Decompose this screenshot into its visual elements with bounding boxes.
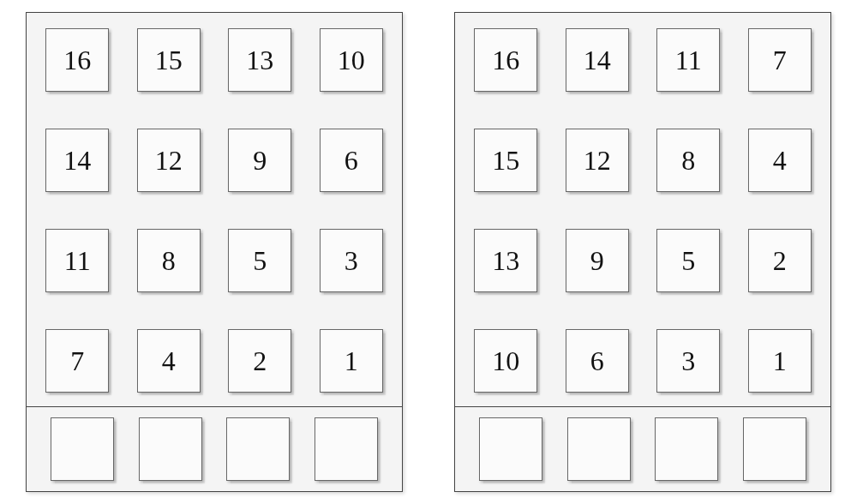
cell-value: 7 (70, 347, 84, 375)
cell-value: 1 (345, 347, 358, 375)
cell-value: 9 (590, 247, 604, 274)
diagram-stage: 16 15 13 10 14 12 9 6 11 8 5 3 7 4 2 1 1… (0, 0, 857, 504)
panel-left-cell-0-0: 16 (45, 28, 109, 92)
panel-left-cell-1-1: 12 (137, 129, 201, 192)
panel-right-empty-1 (567, 417, 631, 481)
cell-value: 15 (155, 46, 183, 74)
panel-right-cell-3-1: 6 (566, 329, 629, 393)
panel-left-empty-2 (226, 417, 290, 481)
panel-right-cell-3-3: 1 (748, 329, 812, 393)
panel-right-cell-1-1: 12 (566, 129, 629, 192)
cell-value: 5 (681, 247, 695, 274)
panel-left-cell-2-0: 11 (45, 229, 109, 292)
cell-value: 2 (773, 247, 787, 274)
panel-left-empty-0 (51, 417, 114, 481)
cell-value: 1 (773, 347, 787, 375)
panel-right-cell-3-2: 3 (656, 329, 720, 393)
panel-right-cell-1-3: 4 (748, 129, 812, 192)
cell-value: 3 (681, 347, 695, 375)
panel-left-empty-3 (315, 417, 378, 481)
panel-right-cell-0-1: 14 (566, 28, 629, 92)
panel-right-cell-1-0: 15 (474, 129, 537, 192)
cell-value: 12 (584, 147, 611, 174)
panel-right-empty-3 (743, 417, 806, 481)
cell-value: 10 (338, 46, 365, 74)
panel-left-cell-2-3: 3 (320, 229, 383, 292)
cell-value: 2 (253, 347, 267, 375)
panel-right-cell-2-0: 13 (474, 229, 537, 292)
panel-right-cell-0-0: 16 (474, 28, 537, 92)
panel-right: 16 14 11 7 15 12 8 4 13 9 5 2 10 6 3 1 (454, 12, 831, 492)
panel-left-empty-1 (139, 417, 202, 481)
panel-right-cell-3-0: 10 (474, 329, 537, 393)
cell-value: 15 (492, 147, 519, 174)
cell-value: 8 (162, 247, 176, 274)
panel-left-cell-0-3: 10 (320, 28, 383, 92)
panel-right-cell-0-3: 7 (748, 28, 812, 92)
cell-value: 11 (64, 247, 91, 274)
cell-value: 14 (63, 147, 91, 174)
panel-left-cell-3-2: 2 (228, 329, 291, 393)
panel-right-grid: 16 14 11 7 15 12 8 4 13 9 5 2 10 6 3 1 (472, 23, 813, 397)
panel-right-cell-0-2: 11 (656, 28, 720, 92)
cell-value: 7 (773, 46, 787, 74)
cell-value: 11 (675, 46, 702, 74)
cell-value: 6 (345, 147, 358, 174)
panel-left: 16 15 13 10 14 12 9 6 11 8 5 3 7 4 2 1 (26, 12, 403, 492)
cell-value: 5 (253, 247, 267, 274)
cell-value: 14 (584, 46, 611, 74)
panel-left-cell-0-2: 13 (228, 28, 291, 92)
panel-left-cell-2-1: 8 (137, 229, 201, 292)
panel-right-cell-1-2: 8 (656, 129, 720, 192)
cell-value: 16 (63, 46, 91, 74)
panel-right-empty-0 (479, 417, 542, 481)
panel-left-cell-3-1: 4 (137, 329, 201, 393)
cell-value: 13 (246, 46, 273, 74)
cell-value: 9 (253, 147, 267, 174)
panel-right-cell-2-2: 5 (656, 229, 720, 292)
panel-right-empty-2 (655, 417, 718, 481)
panel-left-bottom (26, 406, 403, 492)
cell-value: 13 (492, 247, 519, 274)
panel-left-cell-3-0: 7 (45, 329, 109, 393)
panel-left-cell-3-3: 1 (320, 329, 383, 393)
cell-value: 6 (590, 347, 604, 375)
cell-value: 4 (162, 347, 176, 375)
cell-value: 8 (681, 147, 695, 174)
cell-value: 4 (773, 147, 787, 174)
panel-right-cell-2-3: 2 (748, 229, 812, 292)
cell-value: 16 (492, 46, 519, 74)
panel-right-bottom (454, 406, 831, 492)
cell-value: 10 (492, 347, 519, 375)
cell-value: 3 (345, 247, 358, 274)
cell-value: 12 (155, 147, 183, 174)
panel-left-cell-1-0: 14 (45, 129, 109, 192)
panel-left-cell-1-3: 6 (320, 129, 383, 192)
panel-right-cell-2-1: 9 (566, 229, 629, 292)
panel-left-cell-1-2: 9 (228, 129, 291, 192)
panel-left-cell-0-1: 15 (137, 28, 201, 92)
panel-left-grid: 16 15 13 10 14 12 9 6 11 8 5 3 7 4 2 1 (44, 23, 385, 397)
panel-left-cell-2-2: 5 (228, 229, 291, 292)
